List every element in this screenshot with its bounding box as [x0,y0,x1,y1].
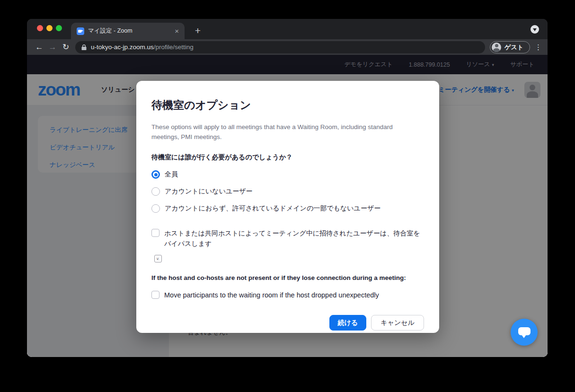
browser-menu-button[interactable]: ⋮ [535,43,542,52]
cancel-button[interactable]: キャンセル [371,315,424,331]
host-absent-heading: If the host and co-hosts are not present… [151,274,424,281]
broken-image-icon: v. [154,255,162,262]
dialog-buttons: 続ける キャンセル [151,315,424,331]
forward-button[interactable]: → [46,43,59,52]
waiting-room-options-dialog: 待機室のオプション These options will apply to al… [136,81,439,333]
browser-toolbar: ← → ↻ u-tokyo-ac-jp.zoom.us/profile/sett… [27,39,548,55]
radio-icon[interactable] [151,170,160,179]
minimize-window-button[interactable] [46,25,53,31]
page-viewport: デモをリクエスト 1.888.799.0125 リソース▾ サポート zoom … [27,55,548,357]
browser-window: マイ設定 - Zoom × + ← → ↻ u-tokyo-ac-jp.zoom… [27,19,548,357]
speech-bubble-icon [518,327,531,335]
tab-search-button[interactable] [531,25,539,34]
checkbox-icon[interactable] [151,291,159,299]
url-host: u-tokyo-ac-jp.zoom.us [91,44,154,51]
dialog-title: 待機室のオプション [151,98,424,113]
zoom-favicon-icon [77,27,84,35]
zoom-window-button[interactable] [56,25,62,31]
close-tab-icon[interactable]: × [175,27,179,35]
tab-title: マイ設定 - Zoom [88,27,171,35]
dialog-description: These options will apply to all meetings… [151,122,411,142]
url-text: u-tokyo-ac-jp.zoom.us/profile/setting [91,44,194,51]
close-window-button[interactable] [37,25,43,31]
continue-button[interactable]: 続ける [329,315,367,331]
guest-label: ゲスト [504,43,523,52]
radio-icon[interactable] [151,204,160,213]
bypass-waiting-room-checkbox-row[interactable]: ホストまたは共同ホストによってミーティング中に招待されたユーザーは、待合室をバイ… [151,228,424,249]
checkbox-icon[interactable] [151,229,159,237]
chevron-down-icon [533,28,537,31]
waiting-room-question: 待機室には誰が行く必要があるのでしょうか？ [151,153,424,162]
tab-strip: マイ設定 - Zoom × + [27,19,548,39]
radio-option-users-not-in-account[interactable]: アカウントにいないユーザー [151,186,424,197]
reload-button[interactable]: ↻ [59,42,72,52]
url-path: /profile/setting [154,44,194,51]
radio-option-everyone[interactable]: 全員 [151,169,424,180]
address-bar[interactable]: u-tokyo-ac-jp.zoom.us/profile/setting [75,41,485,53]
traffic-lights [37,25,62,31]
radio-option-users-not-in-account-or-domains[interactable]: アカウントにおらず、許可されているドメインの一部でもないユーザー [151,203,424,214]
browser-tab[interactable]: マイ設定 - Zoom × [71,23,185,39]
back-button[interactable]: ← [33,43,46,52]
lock-icon [81,44,87,51]
move-participants-checkbox-row[interactable]: Move participants to the waiting room if… [151,290,424,300]
chat-widget-button[interactable] [511,319,538,346]
profile-button[interactable]: ゲスト [490,41,530,53]
radio-icon[interactable] [151,187,160,196]
new-tab-button[interactable]: + [192,25,204,37]
guest-avatar-icon [492,43,501,52]
